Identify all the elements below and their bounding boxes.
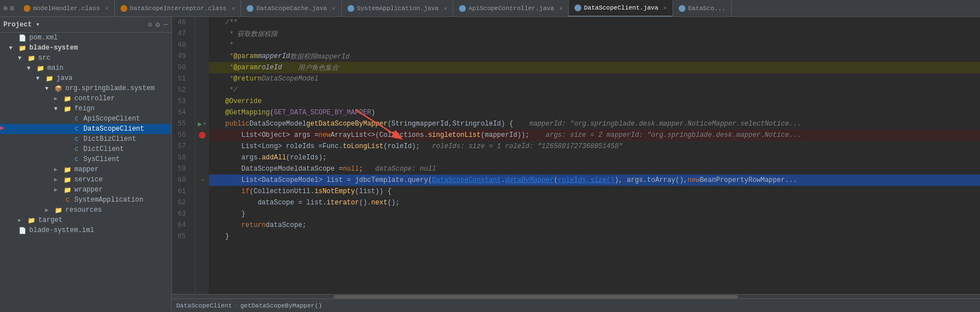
tab-systemapplication[interactable]: SystemApplication.java ✕ [342, 0, 453, 17]
breadcrumb-datascopeclient[interactable]: DataScopeClient [176, 302, 232, 309]
tree-item-resources[interactable]: ▶ 📁 resources [0, 205, 171, 215]
tree-item-java[interactable]: ▼ 📁 java [0, 73, 171, 83]
code-line-51: * @return DataScopeModel [209, 73, 980, 84]
class-file-icon [121, 5, 127, 12]
tab-datasco-truncated[interactable]: DataSco... [673, 0, 732, 17]
tree-item-label: SystemApplication [74, 196, 143, 204]
breadcrumb-method[interactable]: getDataScopeByMapper() [240, 302, 322, 309]
java-file-icon [574, 5, 581, 11]
run-icon[interactable]: ▶ [198, 120, 202, 128]
java-file-icon [459, 5, 466, 12]
databyMapper-link[interactable]: dataByMapper [505, 176, 554, 184]
main-content: Project ▾ ⊙ ⚙ — 📄 pom.xml ▼ 📁 blade-syst… [0, 17, 980, 312]
tab-label: SystemApplication.java [357, 5, 439, 12]
tab-close-icon[interactable]: ✕ [105, 5, 108, 12]
tree-item-label: pom.xml [29, 34, 57, 42]
tree-item-apiscope[interactable]: C ApiScopeClient [0, 114, 171, 124]
tree-item-mapper[interactable]: ▶ 📁 mapper [0, 164, 171, 175]
tree-item-dictbizclient[interactable]: C DictBizClient [0, 134, 171, 144]
locate-icon[interactable]: ⊙ [148, 20, 153, 29]
split-icon[interactable]: ⊞ [10, 4, 15, 13]
interface-icon: C [72, 124, 81, 133]
tree-item-pom[interactable]: 📄 pom.xml [0, 33, 171, 43]
tree-item-sysclient[interactable]: C SysClient [0, 154, 171, 164]
tree-item-label: mapper [74, 166, 99, 173]
tab-close-icon[interactable]: ✕ [332, 5, 336, 12]
tab-datascopeclient[interactable]: DataScopeClient.java ✕ [569, 0, 673, 17]
scrollbar-thumb[interactable] [333, 295, 738, 298]
tree-item-src[interactable]: ▼ 📁 src [0, 53, 171, 63]
tree-item-label: blade-system [29, 44, 78, 52]
line-numbers: 46 47 48 49 50 51 52 53 54 55 56 57 58 5… [172, 17, 195, 294]
roleids-size-link[interactable]: roleIds.size() [558, 176, 614, 184]
code-line-55: ➤ public DataScopeModel getDataScopeByMa… [209, 118, 980, 130]
code-content[interactable]: /** * 获取数据权限 * * @param mapperId 数据权限map… [209, 17, 980, 294]
tab-label: modelHandler.class [33, 5, 100, 12]
tab-bar: ⊕ ⊞ modelHandler.class ✕ DataScopeInterc… [0, 0, 980, 17]
code-line-63: } [209, 208, 980, 220]
code-line-47: * 获取数据权限 [209, 28, 980, 39]
folder-icon: 📁 [36, 64, 45, 73]
code-line-60: List<DataScopeModel> list = jdbcTemplate… [209, 175, 980, 186]
tab-close-icon[interactable]: ✕ [663, 5, 667, 11]
code-line-58: args.addAll(roleIds); [209, 152, 980, 163]
class-icon: C [63, 195, 72, 204]
tree-item-target[interactable]: ▶ 📁 target [0, 215, 171, 225]
tab-close-icon[interactable]: ✕ [559, 5, 563, 12]
tab-label: DataScopeClient.java [584, 5, 658, 11]
tree-item-feign[interactable]: ▼ 📁 feign [0, 104, 171, 114]
folder-icon: 📁 [63, 175, 72, 184]
tree-item-datascopeclient[interactable]: ➤ C DataScopeClient [0, 124, 171, 134]
xml-file-icon: 📄 [18, 33, 27, 42]
folder-icon: 📁 [54, 206, 63, 215]
tab-apiscopecontroller[interactable]: ApiScopeController.java ✕ [453, 0, 569, 17]
datascopeconstant-link[interactable]: DataScopeConstant [432, 176, 501, 184]
project-sidebar: Project ▾ ⊙ ⚙ — 📄 pom.xml ▼ 📁 blade-syst… [0, 17, 172, 312]
java-file-icon [679, 5, 685, 12]
tree-item-org-pkg[interactable]: ▼ 📦 org.springblade.system [0, 83, 171, 93]
tab-close-icon[interactable]: ✕ [231, 5, 235, 12]
run-debug-gutter[interactable]: ▶ ⚡ [195, 118, 209, 130]
tab-modelhandler[interactable]: modelHandler.class ✕ [18, 0, 115, 17]
code-line-46: /** [209, 17, 980, 28]
tree-item-service[interactable]: ▶ 📁 service [0, 175, 171, 185]
project-label: Project ▾ [3, 20, 40, 29]
tree-item-blade-system[interactable]: ▼ 📁 blade-system [0, 43, 171, 53]
tree-item-label: SysClient [83, 155, 120, 163]
interface-icon: C [72, 145, 81, 154]
tab-label: DataScopeInterceptor.class [130, 5, 227, 12]
breadcrumb-separator: › [234, 302, 238, 309]
tab-bar-controls: ⊕ ⊞ [0, 4, 18, 13]
editor-gutter: ▶ ⚡ → [195, 17, 209, 294]
tree-item-wrapper[interactable]: ▶ 📁 wrapper [0, 185, 171, 195]
tab-datascopecache[interactable]: DataScopeCache.java ✕ [241, 0, 341, 17]
minimize-icon[interactable]: — [163, 20, 168, 29]
tree-item-systemapplication[interactable]: C SystemApplication [0, 195, 171, 205]
tree-item-label: blade-system.iml [29, 226, 94, 234]
tree-item-main[interactable]: ▼ 📁 main [0, 63, 171, 73]
code-line-62: dataScope = list.iterator().next(); [209, 197, 980, 208]
tree-item-dictclient[interactable]: C DictClient [0, 144, 171, 154]
breakpoint-marker[interactable] [199, 132, 206, 139]
tab-datascopeinterceptor[interactable]: DataScopeInterceptor.class ✕ [115, 0, 242, 17]
iml-icon: 📄 [18, 226, 27, 235]
new-tab-icon[interactable]: ⊕ [3, 4, 8, 13]
tree-item-label: src [38, 54, 51, 62]
tree-item-label: DataScopeClient [83, 125, 144, 133]
tree-item-controller[interactable]: ▶ 📁 controller [0, 93, 171, 104]
code-line-49: * @param mapperId 数据权限mapperId [209, 51, 980, 62]
tree-item-label: org.springblade.system [65, 84, 154, 92]
settings-icon[interactable]: ⚙ [155, 20, 160, 29]
code-line-53: @Override [209, 96, 980, 107]
package-icon: 📦 [54, 84, 63, 93]
tree-item-iml[interactable]: 📄 blade-system.iml [0, 225, 171, 235]
code-line-52: */ [209, 84, 980, 96]
breakpoint-gutter[interactable] [195, 130, 209, 141]
code-line-61: if (CollectionUtil.isNotEmpty(list)) { [209, 186, 980, 197]
folder-icon: 📁 [27, 54, 36, 63]
horizontal-scrollbar[interactable] [172, 294, 980, 298]
interface-icon: C [72, 135, 81, 144]
tab-close-icon[interactable]: ✕ [444, 5, 447, 12]
tree-item-label: controller [74, 95, 115, 102]
step-icon[interactable]: ⚡ [203, 121, 207, 127]
